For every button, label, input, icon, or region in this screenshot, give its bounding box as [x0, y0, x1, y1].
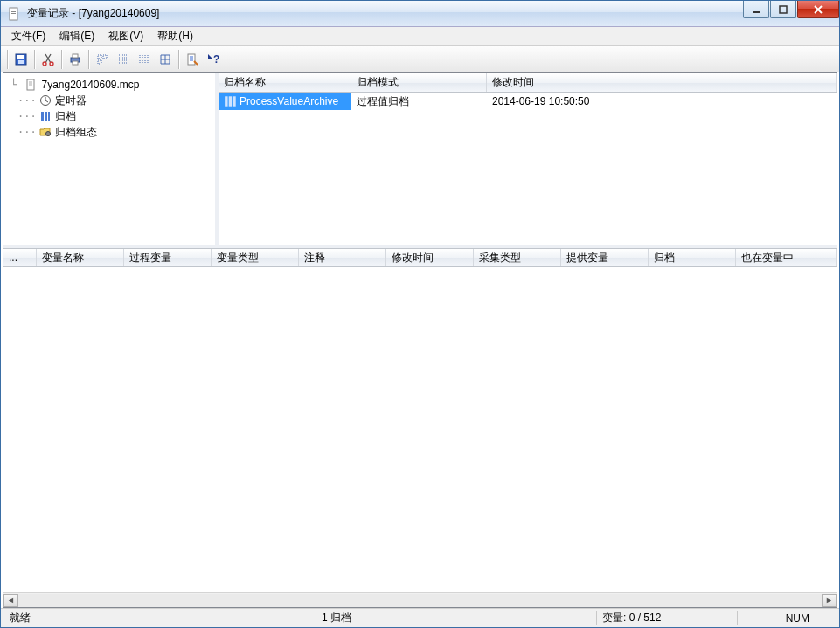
titlebar[interactable]: 变量记录 - [7yang20140609]	[1, 1, 839, 27]
folder-gear-icon	[38, 125, 52, 139]
maximize-button[interactable]	[770, 1, 796, 18]
table-row[interactable]: ProcessValueArchive 过程值归档 2014-06-19 10:…	[219, 93, 837, 110]
menu-edit[interactable]: 编辑(E)	[52, 27, 101, 45]
svg-rect-7	[17, 55, 24, 59]
gcol-modified[interactable]: 修改时间	[386, 249, 474, 266]
properties-icon[interactable]	[182, 49, 203, 70]
tool-icon-3[interactable]	[134, 49, 155, 70]
gcol-archive[interactable]: 归档	[649, 249, 736, 266]
tool-icon-2[interactable]	[113, 49, 134, 70]
print-icon[interactable]	[65, 49, 86, 70]
archive-list-body[interactable]: ProcessValueArchive 过程值归档 2014-06-19 10:…	[219, 93, 837, 245]
variable-grid: ... 变量名称 过程变量 变量类型 注释 修改时间 采集类型 提供变量 归档 …	[3, 248, 837, 607]
archive-item-icon	[224, 94, 238, 108]
statusbar: 就绪 1 归档 变量: 0 / 512 NUM	[1, 608, 839, 627]
svg-point-10	[50, 62, 53, 66]
svg-rect-18	[41, 112, 44, 121]
svg-rect-5	[780, 6, 787, 13]
archive-list-header: 归档名称 归档模式 修改时间	[219, 73, 837, 93]
menubar: 文件(F) 编辑(E) 视图(V) 帮助(H)	[1, 27, 839, 46]
scroll-right-button[interactable]: ►	[822, 594, 837, 607]
tree-root[interactable]: └ 7yang20140609.mcp	[5, 77, 213, 93]
col-archive-mode[interactable]: 归档模式	[351, 73, 487, 92]
window-title: 变量记录 - [7yang20140609]	[27, 6, 742, 21]
tree-root-label: 7yang20140609.mcp	[41, 79, 139, 91]
app-window: 变量记录 - [7yang20140609] 文件(F) 编辑(E) 视图(V)…	[0, 0, 840, 628]
gcol-idx[interactable]: ...	[3, 249, 37, 266]
svg-point-9	[43, 62, 46, 66]
clock-icon	[38, 93, 52, 107]
col-archive-name[interactable]: 归档名称	[219, 73, 351, 92]
svg-rect-4	[753, 11, 760, 13]
document-icon	[24, 78, 38, 92]
status-archive-count: 1 归档	[316, 611, 596, 625]
menu-file[interactable]: 文件(F)	[4, 27, 52, 45]
main-area: └ 7yang20140609.mcp ··· 定时器 ··· 归档 ···	[3, 72, 837, 608]
cell-mode[interactable]: 过程值归档	[351, 93, 487, 110]
gcol-acq-type[interactable]: 采集类型	[474, 249, 561, 266]
scroll-left-button[interactable]: ◄	[3, 594, 18, 607]
svg-rect-23	[229, 96, 232, 106]
menu-view[interactable]: 视图(V)	[101, 27, 150, 45]
horizontal-scrollbar[interactable]: ◄ ►	[3, 592, 837, 607]
save-icon[interactable]	[10, 49, 31, 70]
cut-icon[interactable]	[38, 49, 59, 70]
cell-modified[interactable]: 2014-06-19 10:50:50	[487, 93, 837, 110]
status-ready: 就绪	[4, 611, 316, 625]
window-controls	[742, 1, 839, 26]
svg-rect-8	[18, 60, 24, 64]
svg-rect-16	[27, 79, 34, 90]
tree-archive-label: 归档	[55, 109, 76, 124]
archive-icon	[38, 109, 52, 123]
app-icon	[8, 7, 22, 21]
gcol-var-name[interactable]: 变量名称	[37, 249, 124, 266]
tree-config[interactable]: ··· 归档组态	[5, 124, 213, 140]
tree-timer[interactable]: ··· 定时器	[5, 93, 213, 108]
svg-rect-12	[73, 54, 78, 58]
tree-archive[interactable]: ··· 归档	[5, 108, 213, 124]
scroll-track[interactable]	[18, 594, 822, 607]
gcol-comment[interactable]: 注释	[299, 249, 386, 266]
gcol-var-type[interactable]: 变量类型	[212, 249, 299, 266]
cell-name[interactable]: ProcessValueArchive	[219, 93, 351, 110]
svg-rect-1	[11, 10, 16, 10]
svg-rect-3	[11, 13, 16, 14]
tool-icon-1[interactable]	[92, 49, 113, 70]
toolbar: ?	[1, 46, 839, 72]
variable-grid-body[interactable]	[3, 267, 837, 592]
svg-rect-2	[11, 11, 16, 12]
tree-config-label: 归档组态	[55, 125, 97, 140]
gcol-also-in[interactable]: 也在变量中	[736, 249, 837, 266]
status-numlock: NUM	[738, 612, 836, 625]
gcol-provide[interactable]: 提供变量	[561, 249, 649, 266]
close-button[interactable]	[797, 1, 839, 18]
upper-pane: └ 7yang20140609.mcp ··· 定时器 ··· 归档 ···	[3, 73, 837, 248]
svg-rect-14	[188, 54, 195, 65]
status-var-count: 变量: 0 / 512	[597, 611, 737, 625]
gcol-proc-var[interactable]: 过程变量	[124, 249, 212, 266]
minimize-button[interactable]	[743, 1, 769, 18]
grid-icon[interactable]	[155, 49, 176, 70]
col-modified[interactable]: 修改时间	[487, 73, 837, 92]
variable-grid-header: ... 变量名称 过程变量 变量类型 注释 修改时间 采集类型 提供变量 归档 …	[3, 248, 837, 267]
svg-rect-24	[233, 96, 235, 106]
help-icon[interactable]: ?	[203, 49, 224, 70]
svg-rect-19	[45, 112, 47, 121]
tree-timer-label: 定时器	[55, 93, 87, 108]
svg-rect-22	[225, 96, 227, 106]
svg-text:?: ?	[213, 53, 219, 66]
menu-help[interactable]: 帮助(H)	[150, 27, 200, 45]
archive-list: 归档名称 归档模式 修改时间 ProcessValueArchive 过程值归档…	[219, 73, 837, 245]
svg-rect-13	[73, 61, 78, 65]
svg-point-21	[45, 132, 50, 136]
tree-view[interactable]: └ 7yang20140609.mcp ··· 定时器 ··· 归档 ···	[3, 73, 219, 245]
svg-rect-20	[48, 112, 50, 121]
